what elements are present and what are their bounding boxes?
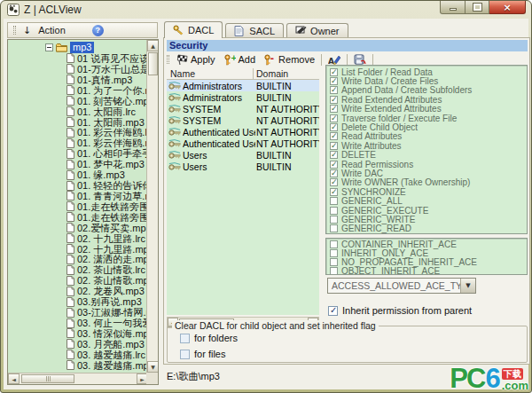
tree-item[interactable]: 02. 潇洒的走.mp3: [8, 255, 146, 265]
tree-hscroll-thumb[interactable]: [21, 374, 74, 383]
tree-item[interactable]: 03. 情深似海.mp3: [8, 328, 146, 339]
tree-item[interactable]: 02. 十九里路.lrc: [8, 233, 146, 244]
dropdown-arrow-icon[interactable]: [460, 279, 475, 293]
permission-checkbox-row[interactable]: Read Extended Attributes: [330, 95, 527, 104]
tree-item[interactable]: 03.别再说.mp3: [8, 296, 146, 307]
inherit-parent-checkbox[interactable]: Inherit permission from parent: [328, 305, 472, 316]
permission-checkbox-row[interactable]: SYNCHRONIZE: [330, 187, 527, 196]
checkbox-icon[interactable]: [330, 178, 338, 186]
permission-checkbox-row[interactable]: Write DAC: [330, 169, 527, 177]
checkbox-icon[interactable]: [330, 207, 338, 215]
tree-vscroll-thumb[interactable]: [148, 52, 158, 75]
tree-root-node[interactable]: mp3: [8, 42, 94, 53]
tree-item[interactable]: 01.走在铁路旁围: [8, 201, 146, 212]
checkbox-icon[interactable]: [330, 161, 338, 169]
titlebar[interactable]: Z | ACLView ×: [1, 1, 531, 19]
tree-item[interactable]: 01. 彩云伴海鸥.l: [8, 127, 146, 138]
close-button[interactable]: ×: [489, 1, 526, 14]
tree-item[interactable]: 01-万水千山总是: [8, 64, 146, 75]
checkbox-icon[interactable]: [330, 142, 338, 150]
minimize-button[interactable]: [440, 1, 466, 14]
checkbox-icon[interactable]: [330, 188, 338, 196]
tree-horizontal-scrollbar[interactable]: ◄ ►: [8, 373, 148, 384]
checkbox-icon[interactable]: [330, 123, 338, 131]
for-files-checkbox[interactable]: for files: [180, 349, 225, 359]
tab-dacl[interactable]: DACL: [164, 21, 223, 38]
permission-checkbox-row[interactable]: Append Data / Create Subfolders: [330, 86, 527, 95]
permission-checkbox-row[interactable]: List Folder / Read Data: [330, 67, 527, 76]
for-folders-checkbox[interactable]: for folders: [180, 333, 238, 343]
column-domain[interactable]: Domain: [256, 68, 288, 79]
ace-row[interactable]: Authenticated Users NT AUTHORITY: [167, 138, 319, 149]
tree-item[interactable]: 01. 刻苦铭心.mp3: [8, 96, 146, 106]
checkbox-icon[interactable]: [330, 86, 338, 94]
tree-item[interactable]: 01. 心相印手牵手: [8, 148, 146, 159]
checkbox-icon[interactable]: [330, 132, 338, 140]
tree-item[interactable]: 03. 越爱越痛.lrc: [8, 350, 146, 360]
tree-item[interactable]: 03. 何止一句我爱: [8, 318, 146, 328]
ace-row[interactable]: Users BUILTIN: [167, 161, 319, 172]
checkbox-icon[interactable]: [330, 249, 338, 257]
checkbox-icon[interactable]: [330, 68, 338, 76]
tree-item[interactable]: 03. 越爱越痛.mp3: [8, 360, 146, 371]
collapse-icon[interactable]: [45, 43, 53, 51]
tree-item[interactable]: 01. 为了一个你.n: [8, 85, 146, 96]
tree-item[interactable]: 02. 茶山情歌.mp3: [8, 275, 146, 286]
permission-checkbox-row[interactable]: Write Data / Create Files: [330, 76, 527, 85]
checkbox-icon[interactable]: [330, 224, 338, 232]
checkbox-icon[interactable]: [330, 258, 338, 266]
tree-item[interactable]: 01. 彩云伴海鸥.n: [8, 138, 146, 148]
flag-checkbox-row[interactable]: OBJECT_INHERIT_ACE: [330, 266, 527, 275]
action-menu[interactable]: Action: [38, 25, 66, 35]
ace-row[interactable]: SYSTEM NT AUTHORITY: [167, 103, 319, 114]
tree-item[interactable]: 01-真情.mp3: [8, 75, 146, 85]
checkbox-icon[interactable]: [330, 197, 338, 205]
tree-item[interactable]: 03. 月亮船.mp3: [8, 339, 146, 350]
checkbox-icon[interactable]: [328, 306, 338, 316]
tree-root-label[interactable]: mp3: [70, 42, 94, 53]
add-ace-button[interactable]: + Add: [222, 54, 258, 66]
tree-item[interactable]: 01. 太阳雨.lrc: [8, 106, 146, 117]
checkbox-icon[interactable]: [330, 105, 338, 113]
checkbox-icon[interactable]: [330, 114, 338, 122]
ace-row[interactable]: Administrators BUILTIN: [167, 80, 319, 91]
apply-button[interactable]: Apply: [174, 54, 217, 66]
tree-item[interactable]: 02. 龙卷风.mp3: [8, 286, 146, 296]
down-arrow-icon[interactable]: [23, 25, 31, 36]
tree-item[interactable]: 03-江淑娜-情网.n: [8, 307, 146, 318]
scroll-left-icon[interactable]: ◄: [8, 373, 20, 384]
ace-row[interactable]: Authenticated Users NT AUTHORITY: [167, 126, 319, 138]
permission-checkbox-row[interactable]: GENERIC_EXECUTE: [330, 206, 527, 215]
checkbox-icon[interactable]: [330, 216, 338, 224]
permission-checkbox-row[interactable]: GENERIC_ALL: [330, 196, 527, 205]
tab-owner[interactable]: Owner: [286, 23, 348, 38]
permission-checkbox-row[interactable]: Delete Child Object: [330, 122, 527, 131]
help-icon[interactable]: ?: [92, 25, 104, 36]
checkbox-icon[interactable]: [330, 77, 338, 85]
ace-row[interactable]: Users BUILTIN: [167, 149, 319, 161]
edit-button[interactable]: A: [326, 54, 342, 66]
ace-row[interactable]: SYSTEM NT AUTHORITY: [167, 114, 319, 126]
permission-checkbox-row[interactable]: GENERIC_WRITE: [330, 215, 527, 224]
checkbox-icon[interactable]: [330, 169, 338, 177]
column-name[interactable]: Name: [170, 68, 195, 79]
tree-item[interactable]: 02. 茶山情歌.lrc: [8, 264, 146, 275]
tree-item[interactable]: 01. 青青河边草.n: [8, 191, 146, 201]
save-button[interactable]: [352, 54, 368, 66]
permission-checkbox-row[interactable]: DELETE: [330, 151, 527, 160]
tree-item[interactable]: 02.爱情买卖.mp3: [8, 223, 146, 233]
permission-checkbox-row[interactable]: Write Extended Attributes: [330, 105, 527, 114]
ace-type-dropdown[interactable]: ACCESS_ALLOWED_ACE_TYPE: [327, 278, 476, 294]
permission-checkbox-row[interactable]: Traverse folder / Execute File: [330, 114, 527, 122]
scroll-down-icon[interactable]: ▼: [147, 361, 159, 373]
tree-item[interactable]: 01. 缘.mp3: [8, 169, 146, 180]
permission-checkbox-row[interactable]: Write Attributes: [330, 141, 527, 150]
remove-ace-button[interactable]: - Remove: [262, 54, 317, 66]
tree-item[interactable]: 02. 十九里路.mp3: [8, 244, 146, 255]
maximize-button[interactable]: [466, 1, 489, 14]
checkbox-icon[interactable]: [330, 151, 338, 159]
tree-item[interactable]: 01.走在铁路旁围: [8, 212, 146, 223]
tree-item[interactable]: 01. 轻轻的告诉你: [8, 180, 146, 191]
tree-item[interactable]: 01. 梦中花.mp3: [8, 159, 146, 169]
checkbox-icon[interactable]: [330, 267, 338, 275]
